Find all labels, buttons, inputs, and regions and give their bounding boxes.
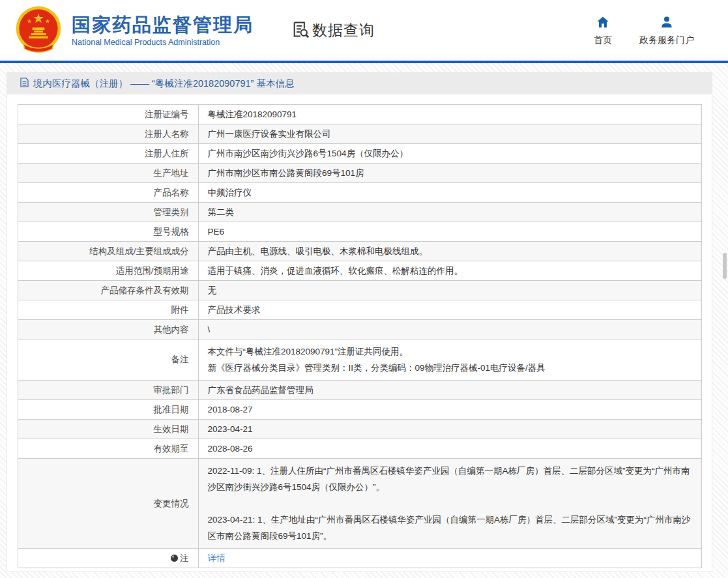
main-container: 境内医疗器械（注册） —— “粤械注准20182090791” 基本信息 注册证… [7, 72, 712, 572]
row-label: 注 [18, 549, 198, 568]
row-value: 2018-08-27 [198, 400, 701, 420]
row-value: 产品由主机、电源线、吸引电极、木浆棉和电极线组成。 [198, 242, 701, 261]
row-value: 适用于镇痛、消炎，促进血液循环、软化瘢痕、松解粘连的作用。 [198, 261, 701, 281]
file-icon [20, 78, 29, 90]
header-divider-bar [0, 61, 728, 63]
bulb-icon [171, 555, 178, 562]
row-label: 批准日期 [18, 400, 198, 420]
breadcrumb: 境内医疗器械（注册） —— “粤械注准20182090791” 基本信息 [7, 73, 712, 94]
row-value: PE6 [198, 222, 701, 242]
row-label: 注册证编号 [18, 105, 198, 124]
nav-home-label: 首页 [594, 35, 612, 46]
row-value: \ [198, 320, 701, 340]
row-label: 有效期至 [18, 439, 198, 459]
breadcrumb-text: 境内医疗器械（注册） —— “粤械注准20182090791” 基本信息 [33, 78, 294, 90]
nav-gov-portal[interactable]: 政务服务门户 [639, 15, 694, 46]
row-value: 中频治疗仪 [198, 183, 701, 203]
row-label: 注册人名称 [18, 124, 198, 144]
row-value: 广州市南沙区南沙街兴沙路6号1504房（仅限办公） [198, 144, 701, 164]
nav-gov-portal-label: 政务服务门户 [639, 35, 694, 46]
doc-search-icon [291, 20, 310, 41]
row-label: 产品名称 [18, 183, 198, 203]
row-label: 审批部门 [18, 381, 198, 400]
info-table-body: 注册证编号粤械注准20182090791注册人名称广州一康医疗设备实业有限公司注… [18, 105, 701, 568]
row-label: 其他内容 [18, 320, 198, 340]
table-row: 注册人名称广州一康医疗设备实业有限公司 [18, 124, 701, 144]
site-header: 国家药品监督管理局 National Medical Products Admi… [0, 0, 728, 61]
table-row: 产品名称中频治疗仪 [18, 183, 701, 203]
table-row: 其他内容\ [18, 320, 701, 340]
row-value: 粤械注准20182090791 [198, 105, 701, 124]
row-value: 广州市南沙区市南公路黄阁段69号101房 [198, 164, 701, 183]
table-row: 审批部门广东省食品药品监督管理局 [18, 381, 701, 400]
table-row: 注册人住所广州市南沙区南沙街兴沙路6号1504房（仅限办公） [18, 144, 701, 164]
table-row: 批准日期2018-08-27 [18, 400, 701, 420]
table-row: 备注本文件与“粤械注准20182090791”注册证共同使用。新《医疗器械分类目… [18, 340, 701, 381]
detail-link[interactable]: 详情 [208, 553, 226, 563]
row-label: 注册人住所 [18, 144, 198, 164]
table-row: 附件产品技术要求 [18, 300, 701, 320]
row-label: 管理类别 [18, 203, 198, 222]
table-row: 适用范围/预期用途适用于镇痛、消炎，促进血液循环、软化瘢痕、松解粘连的作用。 [18, 261, 701, 281]
data-query-label: 数据查询 [312, 20, 375, 40]
row-label: 生产地址 [18, 164, 198, 183]
row-label: 结构及组成/主要组成成分 [18, 242, 198, 261]
table-row: 管理类别第二类 [18, 203, 701, 222]
table-row: 有效期至2028-08-26 [18, 439, 701, 459]
brand-subtitle: National Medical Products Administration [72, 38, 254, 47]
user-icon [660, 15, 674, 32]
row-value: 产品技术要求 [198, 300, 701, 320]
row-label: 生效日期 [18, 420, 198, 439]
row-value: 第二类 [198, 203, 701, 222]
table-row: 型号规格PE6 [18, 222, 701, 242]
row-value: 本文件与“粤械注准20182090791”注册证共同使用。新《医疗器械分类目录》… [198, 340, 701, 381]
brand-block: 国家药品监督管理局 National Medical Products Admi… [72, 14, 254, 47]
nav-home[interactable]: 首页 [594, 15, 612, 46]
registration-info-table: 注册证编号粤械注准20182090791注册人名称广州一康医疗设备实业有限公司注… [18, 104, 702, 568]
brand-title: 国家药品监督管理局 [72, 14, 254, 36]
table-row: 变更情况2022-11-09: 1、注册人住所由“广州市番禺区石楼镇华姿产业园（… [18, 459, 701, 549]
nmpa-emblem-logo[interactable] [13, 5, 64, 56]
row-label: 型号规格 [18, 222, 198, 242]
row-label: 备注 [18, 340, 198, 381]
row-value: 2022-11-09: 1、注册人住所由“广州市番禺区石楼镇华姿产业园（自编第一… [198, 459, 701, 549]
table-row: 生效日期2023-04-21 [18, 420, 701, 439]
row-label: 产品储存条件及有效期 [18, 281, 198, 300]
home-icon [596, 15, 610, 32]
row-label: 适用范围/预期用途 [18, 261, 198, 281]
table-row: 生产地址广州市南沙区市南公路黄阁段69号101房 [18, 164, 701, 183]
row-value: 广州一康医疗设备实业有限公司 [198, 124, 701, 144]
row-value: 详情 [198, 549, 701, 568]
row-label: 附件 [18, 300, 198, 320]
table-row: 注详情 [18, 549, 701, 568]
row-label: 变更情况 [18, 459, 198, 549]
header-nav: 首页 政务服务门户 [594, 15, 694, 46]
scrollbar-thumb[interactable] [723, 253, 727, 279]
table-row: 产品储存条件及有效期无 [18, 281, 701, 300]
row-value: 2028-08-26 [198, 439, 701, 459]
table-row: 注册证编号粤械注准20182090791 [18, 105, 701, 124]
row-value: 无 [198, 281, 701, 300]
row-value: 广东省食品药品监督管理局 [198, 381, 701, 400]
row-value: 2023-04-21 [198, 420, 701, 439]
data-query-section[interactable]: 数据查询 [291, 20, 375, 41]
table-row: 结构及组成/主要组成成分产品由主机、电源线、吸引电极、木浆棉和电极线组成。 [18, 242, 701, 261]
